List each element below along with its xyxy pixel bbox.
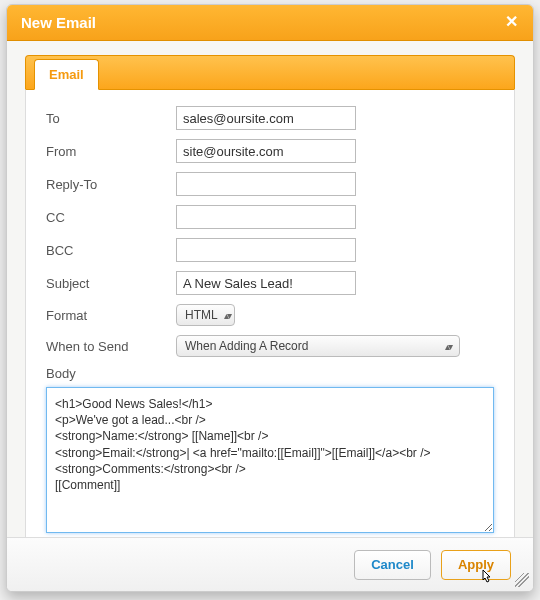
to-field[interactable]: [176, 106, 356, 130]
label-format: Format: [46, 308, 176, 323]
body-textarea[interactable]: [46, 387, 494, 533]
reply-to-field[interactable]: [176, 172, 356, 196]
dialog-title: New Email: [21, 14, 96, 31]
from-field[interactable]: [176, 139, 356, 163]
label-subject: Subject: [46, 276, 176, 291]
subject-field[interactable]: [176, 271, 356, 295]
format-selected: HTML: [185, 308, 218, 322]
label-bcc: BCC: [46, 243, 176, 258]
cc-field[interactable]: [176, 205, 356, 229]
close-icon[interactable]: ✕: [501, 13, 521, 33]
updown-icon: ▴▾: [224, 310, 230, 321]
when-selected: When Adding A Record: [185, 339, 308, 353]
tabs-strip: Email: [25, 55, 515, 89]
dialog-body: Email To From Reply-To CC BCC: [7, 41, 533, 537]
label-when: When to Send: [46, 339, 176, 354]
apply-button[interactable]: Apply: [441, 550, 511, 580]
email-panel: To From Reply-To CC BCC Subject: [25, 89, 515, 537]
format-select[interactable]: HTML ▴▾: [176, 304, 235, 326]
when-select[interactable]: When Adding A Record ▴▾: [176, 335, 460, 357]
label-reply-to: Reply-To: [46, 177, 176, 192]
label-cc: CC: [46, 210, 176, 225]
resize-grip[interactable]: [515, 573, 529, 587]
cancel-button[interactable]: Cancel: [354, 550, 431, 580]
dialog-titlebar: New Email ✕: [7, 5, 533, 41]
new-email-dialog: New Email ✕ Email To From Reply-To CC: [6, 4, 534, 592]
tab-email[interactable]: Email: [34, 59, 99, 90]
updown-icon: ▴▾: [445, 341, 451, 352]
bcc-field[interactable]: [176, 238, 356, 262]
label-body: Body: [46, 366, 494, 381]
dialog-footer: Cancel Apply: [7, 537, 533, 591]
label-from: From: [46, 144, 176, 159]
label-to: To: [46, 111, 176, 126]
